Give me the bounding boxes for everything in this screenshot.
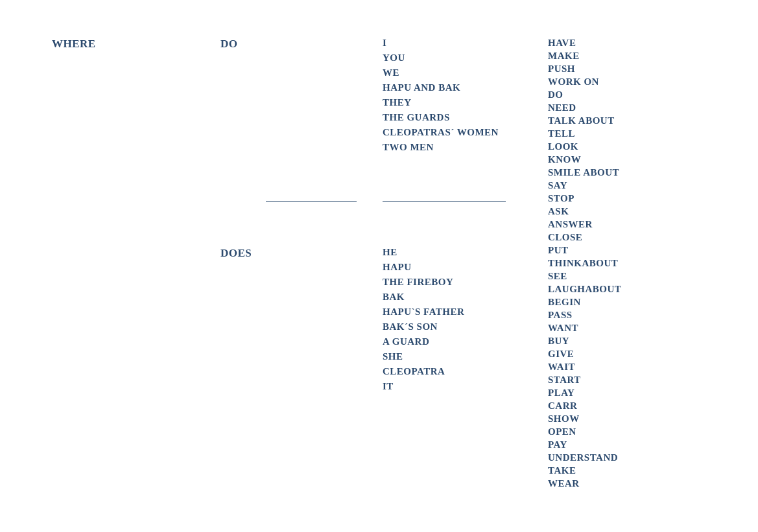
subject-do-item: YOU bbox=[383, 51, 405, 65]
subject-do-item: THE GUARDS bbox=[383, 110, 450, 125]
subject-does-item: IT bbox=[383, 379, 394, 394]
subject-does-item: SHE bbox=[383, 349, 403, 364]
blank-line-2 bbox=[383, 201, 506, 202]
subject-do-item: THEY bbox=[383, 95, 412, 110]
blank-line-1 bbox=[266, 201, 357, 202]
subject-does-item: THE FIREBOY bbox=[383, 275, 453, 290]
verb-item: WEAR bbox=[548, 476, 580, 491]
where-label: WHERE bbox=[52, 36, 96, 52]
subject-does-item: BAK´S SON bbox=[383, 319, 438, 334]
subject-do-item: CLEOPATRAS´ WOMEN bbox=[383, 125, 499, 140]
subject-does-item: HAPU bbox=[383, 260, 412, 275]
subject-does-item: BAK bbox=[383, 290, 405, 305]
subject-does-item: A GUARD bbox=[383, 334, 429, 349]
subject-do-item: HAPU AND BAK bbox=[383, 80, 460, 95]
subject-do-item: WE bbox=[383, 65, 399, 80]
subject-does-item: CLEOPATRA bbox=[383, 364, 445, 379]
subject-do-item: I bbox=[383, 36, 386, 51]
subject-does-item: HE bbox=[383, 245, 397, 260]
do-label: DO bbox=[220, 36, 238, 52]
subject-do-item: TWO MEN bbox=[383, 140, 434, 155]
does-label: DOES bbox=[220, 245, 252, 262]
subject-does-item: HAPU`S FATHER bbox=[383, 305, 464, 319]
